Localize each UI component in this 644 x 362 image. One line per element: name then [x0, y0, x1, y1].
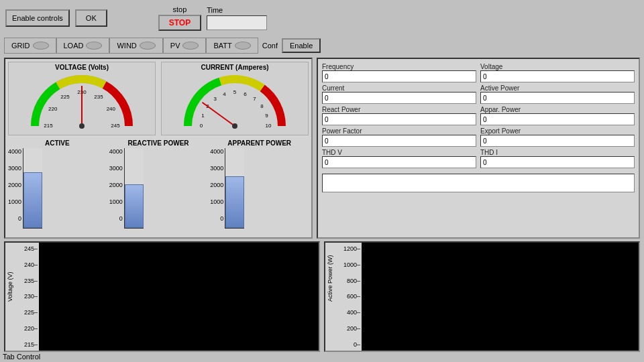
apparent-y-labels: 4000 3000 2000 1000 0 [210, 148, 225, 222]
current-gauge: CURRENT (Amperes) [161, 62, 309, 135]
apparent-bar-chart [225, 148, 244, 229]
pv-indicator [182, 42, 199, 50]
current-info-label: Current [322, 84, 476, 92]
nav-tab-wind[interactable]: WIND [109, 38, 162, 54]
voltage-gauge-title: VOLTAGE (Volts) [55, 64, 109, 71]
time-label: Time [207, 6, 267, 14]
current-gauge-canvas [168, 72, 302, 133]
ok-button[interactable]: OK [75, 9, 107, 27]
voltage-gauge-canvas [15, 72, 149, 133]
wind-indicator [140, 42, 156, 50]
nav-tab-wind-label: WIND [117, 42, 136, 50]
export-power-label: Export Power [480, 127, 635, 135]
apparent-bar-container: APPARENT POWER 4000 3000 2000 1000 0 [210, 139, 309, 235]
reactive-y-labels: 4000 3000 2000 1000 0 [109, 148, 124, 222]
nav-tab-batt[interactable]: BATT [206, 38, 258, 54]
batt-indicator [235, 42, 251, 50]
voltage-axis-label: Voltage (V) [7, 292, 13, 302]
voltage-info-label: Voltage [480, 63, 635, 70]
active-power-label: Active Power [480, 84, 635, 92]
frequency-label: Frequency [322, 63, 476, 70]
active-power-chart-box: 1200– 1000– 800– 600– 400– 200– 0– Activ… [324, 241, 640, 352]
active-bar-title: ACTIVE [45, 139, 70, 147]
appar-power-label: Appar. Power [480, 106, 635, 113]
nav-tab-load[interactable]: LOAD [56, 38, 110, 54]
stop-button[interactable]: STOP [158, 15, 201, 31]
volt-chart-y-245: 245– [7, 245, 38, 252]
voltage-info-value: 0 [480, 70, 635, 82]
volt-chart-y-215: 215– [7, 341, 38, 348]
power-factor-label: Power Factor [322, 127, 476, 135]
volt-chart-y-220: 220– [7, 325, 38, 332]
volt-chart-y-225: 225– [7, 309, 38, 316]
active-power-axis-label: Active Power (W) [327, 292, 333, 302]
stop-label: stop [173, 5, 187, 13]
apparent-bar-fill [225, 176, 244, 228]
info-section: Frequency 0 Voltage 0 Current 0 Active P… [317, 58, 640, 239]
appar-power-value: 0 [480, 113, 635, 125]
thd-i-value: 0 [480, 156, 635, 168]
ap-chart-y-200: 200– [327, 325, 360, 332]
react-power-label: React Power [322, 106, 476, 113]
conf-label: Conf [262, 42, 278, 50]
ap-chart-y-400: 400– [327, 309, 360, 316]
white-display-box [322, 174, 635, 192]
frequency-value: 0 [322, 70, 476, 82]
power-factor-value: 0 [322, 135, 476, 147]
nav-tab-pv-label: PV [170, 42, 180, 50]
react-power-value: 0 [322, 113, 476, 125]
reactive-bar-container: REACTIVE POWER 4000 3000 2000 1000 0 [109, 139, 208, 235]
ap-chart-y-0: 0– [327, 341, 360, 348]
nav-tab-batt-label: BATT [213, 42, 231, 50]
active-bar-container: ACTIVE 4000 3000 2000 1000 0 [8, 139, 107, 235]
reactive-bar-title: REACTIVE POWER [127, 139, 189, 147]
ap-chart-y-1200: 1200– [327, 245, 360, 252]
active-power-value: 0 [480, 92, 635, 104]
nav-tab-load-label: LOAD [64, 42, 84, 50]
apparent-bar-title: APPARENT POWER [227, 139, 291, 147]
voltage-chart-canvas [39, 243, 319, 351]
conf-section: Conf [258, 40, 282, 51]
load-indicator [86, 42, 102, 50]
time-input[interactable] [207, 15, 267, 30]
thd-v-value: 0 [322, 156, 476, 168]
thd-v-label: THD V [322, 149, 476, 156]
nav-tab-pv[interactable]: PV [163, 38, 207, 54]
reactive-bar-fill [125, 184, 144, 228]
nav-tab-grid-label: GRID [11, 42, 30, 50]
enable-controls-button[interactable]: Enable controls [5, 9, 70, 27]
current-gauge-title: CURRENT (Amperes) [201, 64, 268, 71]
grid-indicator [33, 42, 49, 50]
export-power-value: 0 [480, 135, 635, 147]
tab-control-label: Tab Control [3, 353, 40, 361]
reactive-bar-chart [124, 148, 144, 229]
enable-button[interactable]: Enable [282, 38, 321, 53]
current-info-value: 0 [322, 92, 476, 104]
active-bar-chart [23, 148, 42, 229]
active-bar-fill [23, 172, 42, 228]
nav-tab-grid[interactable]: GRID [4, 38, 56, 54]
volt-chart-y-240: 240– [7, 261, 38, 268]
active-power-chart-canvas [362, 243, 639, 351]
voltage-chart-box: 245– 240– 235– 230– 225– 220– 215– Volta… [4, 241, 320, 352]
thd-i-label: THD I [480, 149, 635, 156]
voltage-gauge: VOLTAGE (Volts) [8, 62, 156, 135]
active-y-labels: 4000 3000 2000 1000 0 [8, 148, 23, 222]
